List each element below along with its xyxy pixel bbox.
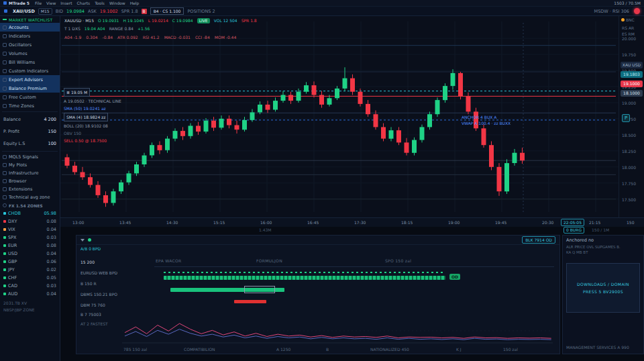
chevron-down-icon[interactable] [80, 239, 85, 242]
levels-layer [62, 23, 616, 212]
tool-item-my-plots[interactable]: My Plots [0, 161, 60, 169]
panel-meta: KA Q MB BT [566, 250, 640, 255]
timeframe-badge[interactable]: M15 [38, 8, 52, 15]
menu-item[interactable]: View [46, 1, 56, 5]
fx-code: AUD [8, 291, 45, 297]
sidebar-item-oscillators[interactable]: Oscillators [0, 40, 60, 49]
fx-row-special[interactable]: CHDB05.98 [0, 209, 60, 217]
sidebar-item-free-custom[interactable]: Free Custom [0, 93, 60, 101]
order-box-button[interactable]: B4 · CS 1.100 [150, 7, 184, 15]
account-label: Equity L.S [3, 141, 25, 146]
tool-item-label: MQL5 Signals [9, 154, 38, 160]
fx-value: 0.02 [47, 267, 56, 272]
tool-item-technical-avg-zone[interactable]: Technical avg zone [0, 193, 60, 201]
tool-item-label: Extensions [9, 187, 32, 192]
chart-annotation: ANCHOR 4 BUX A VWAP A 100.4 · zz BUXX [462, 114, 511, 126]
fx-row-chf[interactable]: CHF0.05 [0, 274, 60, 282]
fx-row-vix[interactable]: VIX0.04 [0, 225, 60, 234]
price-tick: 18.000 [622, 165, 636, 170]
stat-value: ATR 0.092 [117, 35, 138, 40]
pin-tool-button[interactable]: P [622, 114, 630, 122]
chart-subheader: T 1 DXS19.04 A04RANGE 0.84+1.56 [64, 26, 150, 31]
fx-code: EUR [8, 243, 45, 248]
sidebar-item-volumes[interactable]: Volumes [0, 49, 60, 58]
time-label: 17:30 [354, 220, 366, 225]
stat-value: -0.84 [103, 35, 113, 40]
tool-item-infrastructure[interactable]: Infrastructure [0, 169, 60, 177]
symbol-badge[interactable]: XAU USD [621, 62, 643, 68]
price-axis: 20.00019.75019.50019.25019.00018.75018.5… [619, 16, 644, 217]
ask-label: ASK [88, 9, 97, 14]
sidebar-item-label: Volumes [9, 51, 28, 56]
tool-item-mql5-signals[interactable]: MQL5 Signals [0, 153, 60, 161]
menu-item[interactable]: Help [130, 1, 140, 5]
tool-item-label: Browser [9, 178, 26, 184]
time-label: 14:30 [166, 220, 178, 225]
feed-label: BNC [626, 17, 635, 22]
account-row: P. Profit150 [0, 125, 60, 138]
ohlc-segment: O 19.0931 [98, 18, 119, 23]
sell-price-badge[interactable]: 19.1000 [621, 81, 643, 87]
menu-item[interactable]: File [35, 1, 42, 5]
chart-header: XAUUSD · M15O 19.0931H 19.1045L 19.0214C… [64, 18, 257, 23]
price-tick: 19.750 [622, 52, 636, 57]
menubar: MTrade 5 FileViewInsertChartsToolsWindow… [0, 0, 644, 7]
tool-item-extensions[interactable]: Extensions [0, 185, 60, 193]
time-label: 13:00 [72, 220, 84, 225]
fx-row-gbp[interactable]: GBP0.06 [0, 258, 60, 266]
positions-label: POSITIONS 2 [187, 9, 215, 14]
menu-item[interactable]: Charts [77, 1, 91, 5]
fx-value: 0.04 [47, 291, 56, 297]
account-row: Equity L.S100 [0, 138, 60, 150]
panel-meta: ALR PRICE OVL SUPGAMES B. [566, 244, 640, 250]
fx-row-dxy[interactable]: DXY0.08 [0, 217, 60, 225]
time-axis: 13:0013:4514:3015:1516:0016:4517:3018:15… [60, 217, 644, 227]
symbol-label: XAU/USD [13, 9, 35, 14]
fx-row-spx[interactable]: SPX0.03 [0, 234, 60, 242]
block-badge[interactable]: BLK 7914 OD [522, 236, 555, 244]
folder-icon [3, 78, 7, 82]
indicator-badge[interactable]: ≣ 19.05 M [64, 88, 90, 97]
stat-value: MOM -0.44 [215, 35, 237, 40]
indicator-price-badge[interactable]: 19.1803 [621, 71, 643, 78]
panel-title: Anchored no [566, 238, 640, 243]
spread-label: SPR 1.8 [121, 9, 138, 14]
sidebar-item-accounts[interactable]: Accounts [0, 23, 60, 32]
menu-item[interactable]: Insert [60, 1, 72, 5]
fx-row-cad[interactable]: CAD0.03 [0, 282, 60, 290]
annotation-line: VWAP A 100.4 · zz BUXX [462, 120, 511, 126]
account-value: 150 [48, 129, 56, 134]
app-icon [3, 1, 7, 5]
tool-icon [3, 179, 7, 183]
price-tick: 20.000 [622, 36, 636, 41]
fx-row-jpy[interactable]: JPY0.02 [0, 266, 60, 274]
dot-icon [3, 252, 6, 255]
indicator-badge[interactable]: SMA (4) 18.9824 zz [64, 113, 108, 121]
column-header: EPA WACOR [156, 258, 181, 263]
record-button[interactable] [634, 8, 640, 14]
sidebar-item-balance-premium[interactable]: Balance Premium [0, 84, 60, 93]
fx-row-eur[interactable]: EUR0.08 [0, 242, 60, 250]
range-marker[interactable] [244, 286, 275, 293]
anchor-badge[interactable]: 0 BURG [564, 227, 584, 234]
menu-item[interactable]: Window [109, 1, 125, 5]
price-tick: 17.750 [622, 181, 636, 186]
sidebar-item-bill-williams[interactable]: Bill Williams [0, 58, 60, 66]
sidebar-item-custom-indicators[interactable]: Custom Indicators [0, 66, 60, 75]
sell-marker-icon[interactable]: B [142, 9, 147, 14]
footer-link[interactable]: MANAGEMENT SERVICES A 990 [566, 345, 629, 350]
price-tick: 17.500 [622, 197, 636, 202]
sidebar: MARKET WATCHLIST AccountsIndicatorsOscil… [0, 16, 60, 361]
fx-row-usd[interactable]: USD0.04 [0, 250, 60, 258]
last-price-badge: 18.1000 [621, 90, 643, 97]
dot-icon [3, 276, 6, 279]
legend-row: BOLL (20) 18.9102 08 [64, 122, 121, 130]
fx-row-aud[interactable]: AUD0.04 [0, 290, 60, 298]
depth-row-label: DBMS 150.21 BPO [80, 292, 117, 297]
tool-item-browser[interactable]: Browser [0, 177, 60, 185]
bottom-axis-label: A 1250 [276, 347, 290, 352]
sidebar-item-indicators[interactable]: Indicators [0, 32, 60, 40]
menu-item[interactable]: Tools [95, 1, 105, 5]
sidebar-item-expert-advisors[interactable]: Expert Advisors [0, 75, 60, 84]
sidebar-item-time-zones[interactable]: Time Zones [0, 101, 60, 110]
